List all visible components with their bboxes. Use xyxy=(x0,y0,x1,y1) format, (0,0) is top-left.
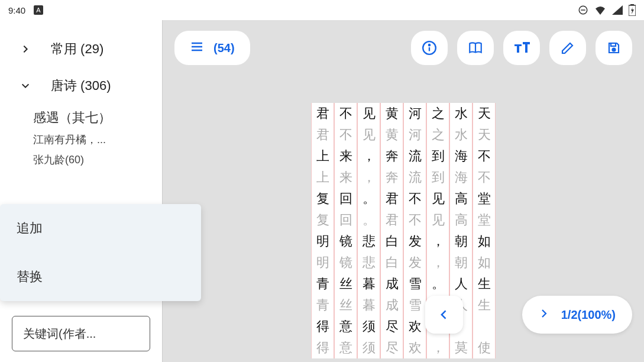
menu-item-replace[interactable]: 替换 xyxy=(0,253,201,301)
grid-cell-ghost: 见 xyxy=(357,124,380,146)
chevron-right-icon xyxy=(18,44,33,54)
practice-grid: 君不见黄河之水天君不见黄河之水天上来，奔流到海不上来，奔流到海不复回。君不见高堂… xyxy=(311,103,496,358)
grid-cell-ghost: 朝 xyxy=(449,252,473,273)
grid-cell[interactable]: 暮 xyxy=(357,273,380,295)
grid-cell-ghost: 须 xyxy=(357,337,380,358)
grid-cell[interactable]: 高 xyxy=(449,188,473,209)
grid-cell[interactable]: 流 xyxy=(403,146,426,167)
sidebar: 常用 (29) 唐诗 (306) 感遇（其七） 江南有丹橘，... 张九龄(60… xyxy=(0,20,163,362)
grid-cell[interactable]: 复 xyxy=(311,188,334,209)
progress-button[interactable]: 1/2(100%) xyxy=(522,296,632,334)
grid-cell[interactable]: 得 xyxy=(311,316,334,337)
grid-cell[interactable]: 上 xyxy=(311,146,334,167)
grid-cell[interactable]: 奔 xyxy=(380,146,403,167)
grid-cell[interactable]: 成 xyxy=(380,273,403,295)
grid-cell[interactable]: 君 xyxy=(311,103,334,124)
battery-icon xyxy=(629,4,636,16)
grid-cell[interactable]: 镜 xyxy=(334,231,357,252)
grid-cell[interactable]: ， xyxy=(357,146,380,167)
edit-button[interactable] xyxy=(549,31,586,65)
grid-cell-ghost: 堂 xyxy=(473,209,496,231)
grid-cell[interactable]: 海 xyxy=(449,146,473,167)
book-button[interactable] xyxy=(457,31,494,65)
grid-cell[interactable]: 明 xyxy=(311,231,334,252)
category-label: 常用 (29) xyxy=(51,40,103,58)
grid-cell-ghost: 暮 xyxy=(357,295,380,316)
grid-cell[interactable]: 君 xyxy=(380,188,403,209)
grid-cell[interactable]: 悲 xyxy=(357,231,380,252)
chevron-down-icon xyxy=(18,81,33,90)
grid-cell-ghost: 雪 xyxy=(403,295,426,316)
grid-cell[interactable]: 天 xyxy=(473,103,496,124)
content-area: (54) 君不见黄河之水天君不见黄河之水天上来，奔流到海不上来，奔流到海不复回。… xyxy=(163,20,644,362)
grid-cell-ghost: 君 xyxy=(380,209,403,231)
search-placeholder: 关键词(作者... xyxy=(23,326,96,342)
grid-cell-ghost: 。 xyxy=(357,209,380,231)
poem-list-item[interactable]: 感遇（其七） 江南有丹橘，... 张九龄(60) xyxy=(0,104,162,172)
grid-cell[interactable]: 欢 xyxy=(403,316,426,337)
grid-cell[interactable]: ， xyxy=(426,231,449,252)
menu-icon xyxy=(190,40,204,56)
grid-cell[interactable]: 到 xyxy=(426,146,449,167)
grid-cell-ghost: 君 xyxy=(311,124,334,146)
grid-cell-ghost: 见 xyxy=(426,209,449,231)
grid-cell-ghost: 水 xyxy=(449,124,473,146)
grid-cell[interactable] xyxy=(473,316,496,337)
item-count: (54) xyxy=(213,41,235,55)
grid-cell[interactable]: 白 xyxy=(380,231,403,252)
grid-cell-ghost: 使 xyxy=(473,337,496,358)
grid-cell[interactable]: 。 xyxy=(357,188,380,209)
category-tangshi[interactable]: 唐诗 (306) xyxy=(0,67,162,104)
grid-cell[interactable]: 人 xyxy=(449,273,473,295)
info-button[interactable] xyxy=(411,31,448,65)
status-bar: 9:40 A xyxy=(0,0,644,20)
grid-cell[interactable]: 回 xyxy=(334,188,357,209)
menu-button[interactable]: (54) xyxy=(174,31,250,65)
grid-cell[interactable]: 水 xyxy=(449,103,473,124)
dnd-icon xyxy=(578,5,588,15)
grid-cell-ghost: ， xyxy=(426,337,449,358)
grid-cell[interactable]: 如 xyxy=(473,231,496,252)
grid-cell-ghost: 生 xyxy=(473,295,496,316)
grid-cell[interactable]: 朝 xyxy=(449,231,473,252)
save-button[interactable] xyxy=(596,31,632,65)
grid-cell[interactable]: 雪 xyxy=(403,273,426,295)
grid-cell-ghost: 明 xyxy=(311,252,334,273)
category-common[interactable]: 常用 (29) xyxy=(0,31,162,67)
grid-cell[interactable]: 不 xyxy=(334,103,357,124)
grid-cell[interactable]: 生 xyxy=(473,273,496,295)
search-input[interactable]: 关键词(作者... xyxy=(12,316,150,351)
grid-cell[interactable]: 发 xyxy=(403,231,426,252)
grid-cell[interactable]: 之 xyxy=(426,103,449,124)
grid-cell[interactable]: 不 xyxy=(403,188,426,209)
grid-cell[interactable]: 。 xyxy=(426,273,449,295)
signal-icon xyxy=(612,5,623,15)
prev-page-button[interactable] xyxy=(425,296,463,334)
grid-cell[interactable]: 河 xyxy=(403,103,426,124)
grid-cell[interactable]: 须 xyxy=(357,316,380,337)
grid-cell-ghost: 欢 xyxy=(403,337,426,358)
grid-cell-ghost: 丝 xyxy=(334,295,357,316)
grid-cell[interactable]: 意 xyxy=(334,316,357,337)
svg-text:A: A xyxy=(37,7,41,14)
grid-cell-ghost: ， xyxy=(357,167,380,188)
grid-cell[interactable]: 见 xyxy=(357,103,380,124)
menu-item-append[interactable]: 追加 xyxy=(0,204,201,253)
grid-cell[interactable]: 不 xyxy=(473,146,496,167)
grid-cell[interactable]: 见 xyxy=(426,188,449,209)
grid-cell-ghost: 青 xyxy=(311,295,334,316)
grid-cell-ghost: 尽 xyxy=(380,337,403,358)
grid-cell-ghost: 如 xyxy=(473,252,496,273)
grid-cell[interactable]: 黄 xyxy=(380,103,403,124)
grid-cell[interactable]: 丝 xyxy=(334,273,357,295)
grid-cell[interactable]: 尽 xyxy=(380,316,403,337)
grid-cell-ghost: 回 xyxy=(334,209,357,231)
poem-preview: 江南有丹橘，... xyxy=(33,132,145,147)
context-menu: 追加 替换 xyxy=(0,204,201,301)
grid-cell-ghost: 莫 xyxy=(449,337,473,358)
grid-cell-ghost: 复 xyxy=(311,209,334,231)
grid-cell[interactable]: 来 xyxy=(334,146,357,167)
textsize-button[interactable] xyxy=(503,31,540,65)
grid-cell[interactable]: 堂 xyxy=(473,188,496,209)
grid-cell[interactable]: 青 xyxy=(311,273,334,295)
